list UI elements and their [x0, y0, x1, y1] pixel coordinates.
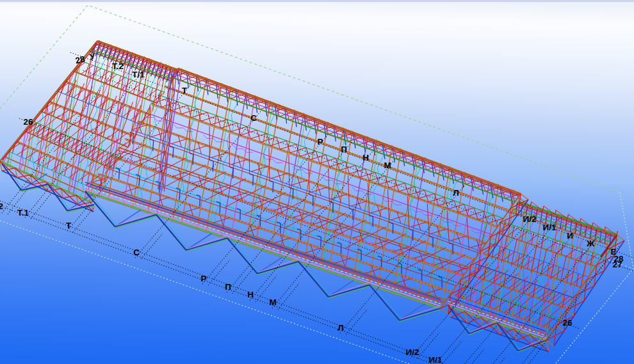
- svg-text:И/2: И/2: [523, 214, 537, 224]
- svg-text:Ж: Ж: [586, 239, 595, 248]
- svg-text:Т.1: Т.1: [17, 208, 29, 218]
- svg-text:Т.2: Т.2: [112, 61, 124, 71]
- svg-text:П: П: [225, 282, 231, 292]
- svg-text:Т: Т: [66, 221, 72, 230]
- svg-text:И/1: И/1: [543, 223, 557, 232]
- svg-text:Т/1: Т/1: [132, 70, 145, 79]
- svg-text:Р: Р: [200, 274, 206, 283]
- svg-text:И/1: И/1: [429, 355, 443, 364]
- svg-text:И/2: И/2: [406, 347, 419, 357]
- svg-text:М: М: [384, 161, 391, 170]
- svg-text:Л: Л: [453, 188, 459, 198]
- svg-text:С: С: [133, 248, 140, 257]
- svg-text:27: 27: [612, 260, 622, 269]
- svg-text:Н: Н: [362, 153, 369, 162]
- svg-text:26: 26: [562, 318, 573, 328]
- svg-text:Т.2: Т.2: [0, 202, 3, 211]
- svg-text:Л: Л: [337, 323, 343, 333]
- svg-text:Н: Н: [247, 290, 254, 299]
- svg-text:И: И: [567, 231, 573, 241]
- svg-text:Т: Т: [182, 86, 188, 95]
- svg-text:Р: Р: [317, 137, 323, 146]
- svg-text:П: П: [341, 145, 347, 154]
- svg-text:26: 26: [23, 117, 33, 127]
- svg-text:М: М: [269, 297, 276, 307]
- svg-text:С: С: [250, 113, 257, 123]
